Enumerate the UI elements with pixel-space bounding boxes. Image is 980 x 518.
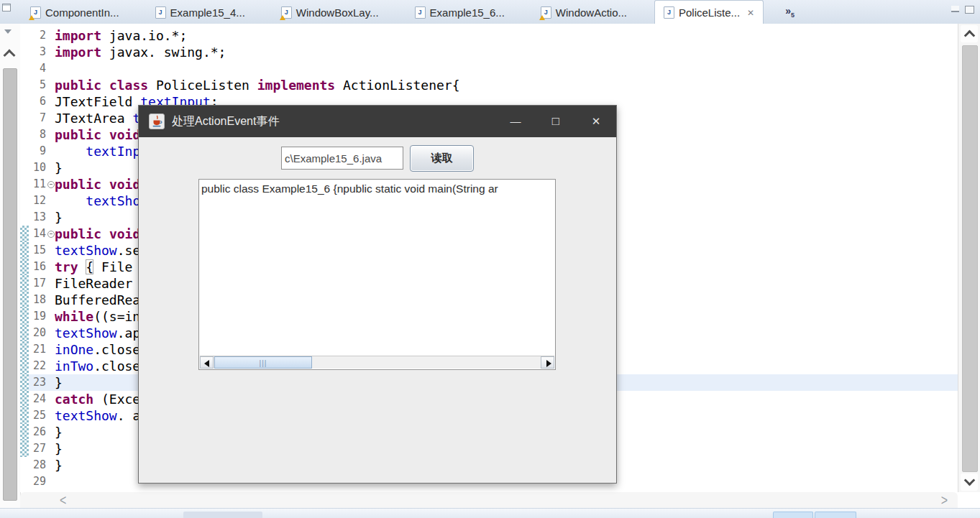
scroll-right-icon[interactable]: > (941, 490, 948, 511)
line-number: 4 (29, 60, 46, 77)
horizontal-scroll-thumb[interactable]: ||| (214, 356, 312, 369)
annotation-ruler[interactable] (20, 325, 29, 341)
annotation-ruler[interactable] (20, 358, 29, 374)
annotation-ruler[interactable] (20, 341, 29, 358)
annotation-ruler[interactable] (20, 44, 29, 60)
fold-ruler (46, 275, 55, 292)
line-number: 18 (29, 292, 46, 308)
thumb-grip-icon: ||| (260, 359, 267, 367)
java-file-icon: J (281, 6, 292, 19)
annotation-ruler[interactable] (20, 457, 29, 473)
annotation-ruler[interactable] (20, 473, 29, 490)
textarea-horizontal-scrollbar[interactable]: ||| (200, 356, 554, 369)
dialog-maximize-button[interactable]: □ (536, 106, 576, 137)
code-line-5[interactable]: 5public class PoliceListen implements Ac… (20, 77, 958, 93)
line-number: 5 (29, 77, 46, 93)
code-text (55, 60, 958, 77)
collapsed-panel-bar[interactable] (3, 68, 17, 501)
annotation-ruler[interactable] (20, 424, 29, 440)
restore-views-icon[interactable] (2, 4, 11, 11)
line-number: 15 (29, 242, 46, 259)
annotation-ruler[interactable] (20, 292, 29, 308)
line-number: 12 (29, 193, 46, 209)
tab-overflow-chevron[interactable]: » 5 (785, 6, 794, 19)
chevron-down-icon (964, 475, 976, 486)
scroll-up-button[interactable] (961, 25, 978, 42)
annotation-ruler[interactable] (20, 143, 29, 159)
dialog-minimize-button[interactable]: — (495, 106, 536, 137)
fold-ruler (46, 325, 55, 341)
fold-ruler (46, 193, 55, 209)
dialog-title-bar[interactable]: 处理ActionEvent事件 — □ ✕ (139, 106, 616, 137)
tab-example15-6[interactable]: JExample15_6... (406, 1, 513, 24)
annotation-ruler[interactable] (20, 110, 29, 126)
annotation-ruler[interactable] (20, 440, 29, 457)
read-button[interactable]: 读取 (410, 145, 474, 172)
taskbar-button-hint[interactable] (183, 512, 262, 518)
chevron-up-icon[interactable] (4, 50, 16, 62)
annotation-ruler[interactable] (20, 374, 29, 391)
annotation-ruler[interactable] (20, 176, 29, 193)
dialog-close-button[interactable]: ✕ (576, 106, 616, 137)
scroll-right-button[interactable] (541, 356, 554, 369)
line-number: 11 (29, 176, 46, 193)
code-text: import javax. swing.*; (55, 44, 958, 60)
annotation-ruler[interactable] (20, 77, 29, 93)
scroll-down-button[interactable] (961, 473, 978, 491)
tab-label: PoliceListe... (679, 6, 740, 19)
tab-policeliste[interactable]: JPoliceListe...✕ (654, 0, 764, 24)
annotation-ruler[interactable] (20, 391, 29, 407)
annotation-ruler[interactable] (20, 60, 29, 77)
tab-windowactio[interactable]: JWindowActio... (532, 1, 636, 24)
minimize-view-icon[interactable] (951, 6, 959, 12)
editor-vertical-scrollbar[interactable] (958, 24, 980, 492)
line-number: 22 (29, 358, 46, 374)
annotation-ruler[interactable] (20, 27, 29, 44)
annotation-ruler[interactable] (20, 259, 29, 275)
line-number: 20 (29, 325, 46, 341)
fold-ruler (46, 424, 55, 440)
line-number: 6 (29, 93, 46, 110)
annotation-ruler[interactable] (20, 407, 29, 424)
tab-componentin[interactable]: JComponentIn... (22, 1, 128, 24)
file-content-textarea[interactable]: public class Example15_6 {npublic static… (198, 179, 556, 370)
tab-windowboxlay[interactable]: JWindowBoxLay... (273, 1, 388, 24)
annotation-ruler[interactable] (20, 93, 29, 110)
overflow-chevron-icon: » (785, 6, 791, 15)
annotation-ruler[interactable] (20, 209, 29, 226)
line-number: 2 (29, 27, 46, 44)
line-number: 23 (29, 374, 46, 391)
taskbar-button-hint[interactable] (815, 512, 856, 518)
fold-ruler (46, 226, 55, 242)
editor-horizontal-scrollbar[interactable]: < > (20, 492, 958, 508)
annotation-ruler[interactable] (20, 159, 29, 176)
scroll-left-icon[interactable]: < (60, 490, 66, 511)
annotation-ruler[interactable] (20, 193, 29, 209)
code-line-4[interactable]: 4 (20, 60, 958, 77)
tab-close-icon[interactable]: ✕ (747, 8, 754, 18)
file-path-input[interactable] (281, 147, 403, 170)
annotation-ruler[interactable] (20, 226, 29, 242)
code-line-2[interactable]: 2import java.io.*; (20, 27, 958, 44)
annotation-ruler[interactable] (20, 275, 29, 292)
fold-collapse-icon[interactable] (47, 181, 55, 188)
fold-ruler (46, 44, 55, 60)
annotation-ruler[interactable] (20, 308, 29, 325)
vertical-scroll-thumb[interactable] (962, 45, 978, 472)
line-number: 8 (29, 126, 46, 143)
triangle-down-icon[interactable] (4, 29, 12, 34)
annotation-ruler[interactable] (20, 242, 29, 259)
action-event-dialog: 处理ActionEvent事件 — □ ✕ 读取 public class Ex… (138, 105, 617, 484)
scroll-left-button[interactable] (200, 356, 214, 369)
fold-ruler (46, 27, 55, 44)
tab-example15-4[interactable]: JExample15_4... (147, 1, 254, 24)
fold-collapse-icon[interactable] (47, 231, 55, 238)
line-number: 10 (29, 159, 46, 176)
taskbar-button-hint[interactable] (773, 512, 813, 518)
annotation-ruler[interactable] (20, 126, 29, 143)
fold-ruler (46, 341, 55, 358)
maximize-view-icon[interactable] (965, 6, 974, 14)
fold-ruler (46, 457, 55, 473)
code-line-3[interactable]: 3import javax. swing.*; (20, 44, 958, 60)
tab-label: WindowBoxLay... (296, 6, 379, 19)
